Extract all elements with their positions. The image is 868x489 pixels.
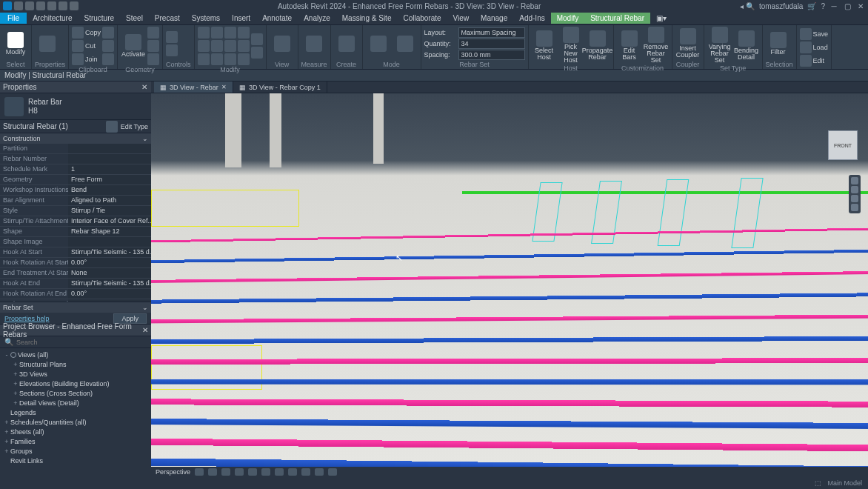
m6-icon[interactable] bbox=[211, 53, 223, 65]
property-row[interactable]: Bar AlignmentAligned to Path bbox=[0, 196, 151, 206]
tab-collaborate[interactable]: Collaborate bbox=[397, 13, 447, 24]
m8-icon[interactable] bbox=[224, 40, 236, 52]
m4-icon[interactable] bbox=[211, 27, 223, 39]
property-row[interactable]: Rebar Number bbox=[0, 154, 151, 164]
property-row[interactable]: Shape Image bbox=[0, 237, 151, 247]
m3-icon[interactable] bbox=[198, 53, 210, 65]
tab-steel[interactable]: Steel bbox=[120, 13, 149, 24]
measure-button[interactable] bbox=[301, 36, 327, 52]
user-name[interactable]: tomaszfudala bbox=[759, 2, 803, 10]
prop-value[interactable] bbox=[68, 154, 151, 164]
qat-undo-icon[interactable] bbox=[36, 1, 45, 10]
property-row[interactable]: End Treatment At StartNone bbox=[0, 268, 151, 279]
nav-pan-icon[interactable] bbox=[851, 204, 858, 211]
spacing-input[interactable] bbox=[458, 50, 525, 60]
m10-icon[interactable] bbox=[238, 27, 250, 39]
property-row[interactable]: Partition bbox=[0, 144, 151, 154]
tree-item[interactable]: +Families bbox=[0, 436, 151, 446]
vcb-shadow-icon[interactable] bbox=[235, 468, 244, 476]
match-icon[interactable] bbox=[102, 40, 114, 52]
browser-close-icon[interactable]: ✕ bbox=[141, 327, 148, 334]
m9-icon[interactable] bbox=[224, 53, 236, 65]
quantity-input[interactable] bbox=[458, 39, 525, 49]
m5-icon[interactable] bbox=[211, 40, 223, 52]
m13-icon[interactable] bbox=[251, 33, 263, 45]
property-row[interactable]: Schedule Mark1 bbox=[0, 164, 151, 175]
app-icon[interactable] bbox=[3, 1, 12, 10]
tab-manage[interactable]: Manage bbox=[475, 13, 513, 24]
edit-sketch-button[interactable] bbox=[366, 36, 391, 52]
qat-redo-icon[interactable] bbox=[47, 1, 56, 10]
view-tab-2[interactable]: ▦ 3D View - Rebar Copy 1 bbox=[233, 82, 327, 93]
nav-orbit-icon[interactable] bbox=[851, 195, 858, 202]
qat-open-icon[interactable] bbox=[14, 1, 23, 10]
vcb-crop-icon[interactable] bbox=[261, 468, 270, 476]
tab-structural-rebar[interactable]: Structural Rebar bbox=[584, 13, 650, 24]
browser-tree[interactable]: -Views (all)+Structural Plans+3D Views+E… bbox=[0, 348, 151, 467]
tab-view[interactable]: View bbox=[447, 13, 475, 24]
tab-modify[interactable]: Modify bbox=[551, 13, 584, 24]
tab-structure[interactable]: Structure bbox=[78, 13, 120, 24]
file-menu[interactable]: File bbox=[0, 13, 27, 24]
view-tab-close-icon[interactable]: ✕ bbox=[221, 84, 227, 90]
edit-bars-button[interactable]: Edit Bars bbox=[617, 30, 642, 61]
vcb-lock-icon[interactable] bbox=[288, 468, 297, 476]
view-cube[interactable]: FRONT bbox=[828, 130, 858, 160]
instance-filter[interactable]: Structural Rebar (1) bbox=[3, 122, 103, 130]
property-row[interactable]: GeometryFree Form bbox=[0, 175, 151, 185]
edit-family-button[interactable] bbox=[393, 36, 418, 52]
prop-value[interactable]: Stirrup/Tie Seismic - 135 d... bbox=[68, 247, 151, 257]
tree-item[interactable]: +Sheets (all) bbox=[0, 427, 151, 436]
property-row[interactable]: Hook Rotation At End0.00° bbox=[0, 289, 151, 299]
tree-item[interactable]: +Elevations (Building Elevation) bbox=[0, 379, 151, 388]
bending-detail-button[interactable]: Bending Detail bbox=[734, 30, 759, 61]
type-selector[interactable]: Rebar Bar H8 bbox=[0, 93, 151, 120]
ctrl-1-icon[interactable] bbox=[166, 31, 178, 43]
edit-type-button[interactable]: Edit Type bbox=[121, 123, 148, 130]
properties-header[interactable]: Properties ✕ bbox=[0, 82, 151, 93]
m12-icon[interactable] bbox=[238, 53, 250, 65]
property-row[interactable]: StyleStirrup / Tie bbox=[0, 206, 151, 216]
qat-more-icon[interactable] bbox=[70, 1, 79, 10]
tree-item[interactable]: +Detail Views (Detail) bbox=[0, 398, 151, 408]
select-button[interactable]: Modify bbox=[3, 32, 28, 56]
tree-item[interactable]: Revit Links bbox=[0, 456, 151, 465]
tree-item[interactable]: Legends bbox=[0, 408, 151, 417]
qat-print-icon[interactable] bbox=[59, 1, 67, 10]
search-icon[interactable]: ◂ 🔍 bbox=[740, 2, 755, 10]
nav-zoom-icon[interactable] bbox=[851, 186, 858, 193]
property-row[interactable]: Hook At EndStirrup/Tie Seismic - 135 d..… bbox=[0, 279, 151, 289]
prop-value[interactable] bbox=[68, 237, 151, 247]
tree-item[interactable]: +Schedules/Quantities (all) bbox=[0, 417, 151, 427]
tree-item[interactable]: +3D Views bbox=[0, 369, 151, 379]
main-model-label[interactable]: Main Model bbox=[827, 479, 862, 487]
ctrl-2-icon[interactable] bbox=[166, 44, 178, 56]
propagate-rebar-button[interactable]: Propagate Rebar bbox=[585, 30, 610, 61]
save-sel-icon[interactable] bbox=[800, 28, 812, 40]
m2-icon[interactable] bbox=[198, 40, 210, 52]
property-row[interactable]: Stirrup/Tie AttachmentInterior Face of C… bbox=[0, 216, 151, 227]
tree-item[interactable]: -Views (all) bbox=[0, 350, 151, 359]
tab-insert[interactable]: Insert bbox=[226, 13, 256, 24]
tab-expand-icon[interactable]: ▣▾ bbox=[650, 13, 672, 24]
property-row[interactable]: Hook At StartStirrup/Tie Seismic - 135 d… bbox=[0, 247, 151, 258]
insert-coupler-button[interactable]: Insert Coupler bbox=[675, 28, 701, 59]
worksets-icon[interactable]: ⬚ bbox=[815, 479, 821, 487]
property-row[interactable]: Hook Rotation At Start0.00° bbox=[0, 258, 151, 268]
properties-grid[interactable]: Construction⌄PartitionRebar NumberSchedu… bbox=[0, 133, 151, 302]
property-row[interactable]: ShapeRebar Shape 12 bbox=[0, 227, 151, 237]
prop-value[interactable]: Stirrup / Tie bbox=[68, 206, 151, 216]
edit-sel-icon[interactable] bbox=[800, 55, 812, 67]
filter-icon[interactable] bbox=[106, 121, 118, 133]
prop-value[interactable]: Aligned to Path bbox=[68, 196, 151, 205]
tab-addins[interactable]: Add-Ins bbox=[513, 13, 550, 24]
browser-header[interactable]: Project Browser - Enhanced Free Form Reb… bbox=[0, 325, 151, 336]
remove-rebarset-button[interactable]: Remove Rebar Set bbox=[644, 27, 669, 64]
qat-save-icon[interactable] bbox=[25, 1, 34, 10]
tree-item[interactable]: +Groups bbox=[0, 446, 151, 456]
tree-item[interactable]: +Sections (Cross Section) bbox=[0, 388, 151, 398]
prop-value[interactable]: Free Form bbox=[68, 175, 151, 184]
tab-precast[interactable]: Precast bbox=[149, 13, 186, 24]
filter-button[interactable]: Filter bbox=[766, 32, 791, 56]
geom-3-icon[interactable] bbox=[147, 53, 159, 65]
